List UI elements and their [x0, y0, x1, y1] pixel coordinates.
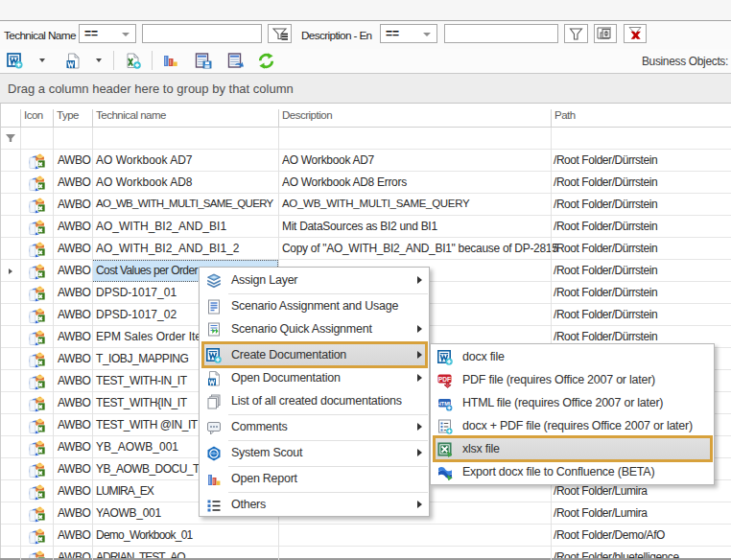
svg-text:PDF: PDF — [438, 376, 451, 383]
